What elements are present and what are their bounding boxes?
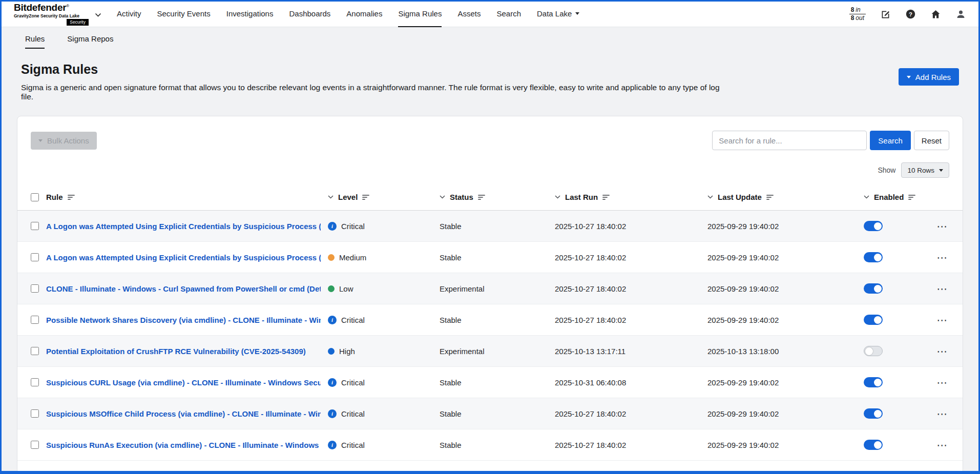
nav-activity[interactable]: Activity <box>117 2 141 27</box>
nav-investigations[interactable]: Investigations <box>226 2 274 27</box>
nav-search[interactable]: Search <box>496 2 521 27</box>
level-icon: i <box>328 409 337 418</box>
row-actions-menu[interactable]: ⋯ <box>937 252 949 263</box>
search-button[interactable]: Search <box>870 131 911 150</box>
nav-security-events[interactable]: Security Events <box>157 2 211 27</box>
status-label: Experimental <box>440 284 485 293</box>
tab-sigma-repos[interactable]: Sigma Repos <box>67 34 113 49</box>
row-checkbox[interactable] <box>31 378 39 386</box>
select-all-checkbox[interactable] <box>31 193 39 201</box>
enabled-toggle[interactable] <box>864 440 883 450</box>
rule-link[interactable]: A Logon was Attempted Using Explicit Cre… <box>46 253 321 262</box>
row-checkbox[interactable] <box>31 441 39 449</box>
sub-tabs: Rules Sigma Repos <box>2 27 978 49</box>
status-label: Stable <box>440 222 462 231</box>
row-actions-menu[interactable]: ⋯ <box>937 408 949 419</box>
chevron-down-icon[interactable] <box>555 195 560 199</box>
sort-icon[interactable] <box>602 194 610 200</box>
row-actions-menu[interactable]: ⋯ <box>937 315 949 325</box>
status-label: Stable <box>440 378 462 387</box>
row-checkbox[interactable] <box>31 316 39 324</box>
column-header-level[interactable]: Level <box>328 193 369 201</box>
tab-rules[interactable]: Rules <box>25 34 45 49</box>
chevron-down-icon <box>907 76 911 78</box>
level-icon <box>328 285 335 292</box>
column-header-last-run[interactable]: Last Run <box>555 193 610 201</box>
enabled-toggle[interactable] <box>864 346 883 356</box>
last-update: 2025-09-29 19:40:02 <box>707 441 779 449</box>
row-actions-menu[interactable]: ⋯ <box>937 377 949 388</box>
status-label: Stable <box>440 316 462 324</box>
chevron-down-icon <box>575 12 579 15</box>
table-row: Potential Exploitation of CrushFTP RCE V… <box>17 336 963 367</box>
row-checkbox[interactable] <box>31 347 39 355</box>
search-input[interactable] <box>712 131 867 150</box>
sort-icon[interactable] <box>68 194 75 200</box>
row-checkbox[interactable] <box>31 222 39 230</box>
top-navbar: Bitdefender® GravityZone Security Data L… <box>2 2 978 27</box>
chevron-down-icon[interactable] <box>328 195 333 199</box>
level-icon: i <box>328 441 337 449</box>
quota-indicator: 8in 8out <box>849 6 866 22</box>
column-header-enabled[interactable]: Enabled <box>864 193 915 201</box>
column-header-status[interactable]: Status <box>440 193 485 201</box>
home-icon[interactable] <box>930 9 941 19</box>
table-header: Rule Level Status <box>17 184 963 211</box>
enabled-toggle[interactable] <box>864 283 883 294</box>
enabled-toggle[interactable] <box>864 377 883 387</box>
brand-dropdown-chevron-icon[interactable] <box>95 10 101 19</box>
level-label: Critical <box>341 378 365 387</box>
level-icon <box>328 254 335 261</box>
nav-dashboards[interactable]: Dashboards <box>289 2 330 27</box>
sort-icon[interactable] <box>362 194 369 200</box>
bulk-actions-button[interactable]: Bulk Actions <box>31 132 97 150</box>
rows-per-page-select[interactable]: 10 Rows <box>901 162 949 178</box>
add-rules-button[interactable]: Add Rules <box>899 68 959 86</box>
table-row: Suspicious MSOffice Child Process (via c… <box>17 398 963 429</box>
reset-button[interactable]: Reset <box>914 131 949 150</box>
rule-link[interactable]: CLONE - Illuminate - Windows - Curl Spaw… <box>46 284 321 293</box>
row-actions-menu[interactable]: ⋯ <box>937 346 949 357</box>
nav-assets[interactable]: Assets <box>457 2 481 27</box>
enabled-toggle[interactable] <box>864 408 883 419</box>
row-actions-menu[interactable]: ⋯ <box>937 283 949 294</box>
chevron-down-icon[interactable] <box>440 195 445 199</box>
user-icon[interactable] <box>955 9 966 19</box>
rule-link[interactable]: Suspicious CURL Usage (via cmdline) - CL… <box>46 378 321 387</box>
rule-link[interactable]: Suspicious RunAs Execution (via cmdline)… <box>46 441 321 449</box>
rule-link[interactable]: A Logon was Attempted Using Explicit Cre… <box>46 222 321 231</box>
chevron-down-icon[interactable] <box>864 195 869 199</box>
column-header-last-update[interactable]: Last Update <box>707 193 774 201</box>
rule-link[interactable]: Possible Network Shares Discovery (via c… <box>46 316 321 324</box>
level-icon: i <box>328 378 337 387</box>
row-checkbox[interactable] <box>31 409 39 418</box>
table-row: CLONE - Illuminate - Windows - Curl Spaw… <box>17 273 963 304</box>
row-checkbox[interactable] <box>31 253 39 261</box>
sort-icon[interactable] <box>908 194 915 200</box>
enabled-toggle[interactable] <box>864 315 883 325</box>
row-actions-menu[interactable]: ⋯ <box>937 440 949 450</box>
last-run: 2025-10-27 18:40:02 <box>555 253 626 262</box>
rule-link[interactable]: Suspicious MSOffice Child Process (via c… <box>46 409 321 418</box>
enabled-toggle[interactable] <box>864 252 883 262</box>
chevron-down-icon[interactable] <box>707 195 713 199</box>
nav-data-lake[interactable]: Data Lake <box>537 2 579 27</box>
row-actions-menu[interactable]: ⋯ <box>937 221 949 232</box>
status-label: Experimental <box>440 347 485 356</box>
enabled-toggle[interactable] <box>864 221 883 231</box>
level-label: Medium <box>339 253 366 262</box>
column-header-rule[interactable]: Rule <box>46 193 75 201</box>
sort-icon[interactable] <box>766 194 774 200</box>
rule-link[interactable]: Potential Exploitation of CrushFTP RCE V… <box>46 347 306 356</box>
brand-logo[interactable]: Bitdefender® GravityZone Security Data L… <box>14 3 101 26</box>
sort-icon[interactable] <box>478 194 485 200</box>
edit-icon[interactable] <box>880 9 891 19</box>
chevron-down-icon <box>939 169 943 172</box>
row-checkbox[interactable] <box>31 284 39 293</box>
nav-anomalies[interactable]: Anomalies <box>346 2 382 27</box>
last-update: 2025-09-29 19:40:02 <box>707 222 779 231</box>
help-icon[interactable]: ? <box>905 9 916 19</box>
svg-text:?: ? <box>909 11 912 17</box>
quota-out: 8out <box>849 14 866 22</box>
nav-sigma-rules[interactable]: Sigma Rules <box>398 2 442 27</box>
